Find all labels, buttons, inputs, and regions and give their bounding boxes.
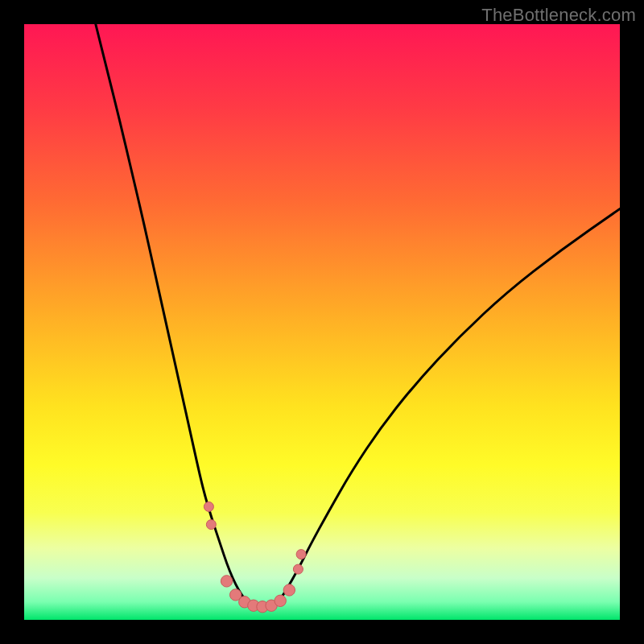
plot-area bbox=[24, 24, 620, 620]
outer-frame: TheBottleneck.com bbox=[0, 0, 644, 644]
gradient-background bbox=[24, 24, 620, 620]
chart-svg bbox=[24, 24, 620, 620]
marker-dot bbox=[206, 520, 216, 530]
marker-dot bbox=[296, 550, 306, 559]
marker-dot bbox=[283, 584, 295, 596]
watermark-text: TheBottleneck.com bbox=[481, 5, 636, 26]
marker-dot bbox=[221, 576, 232, 587]
marker-dot bbox=[204, 502, 213, 511]
marker-dot bbox=[293, 564, 303, 574]
marker-dot bbox=[275, 595, 286, 606]
